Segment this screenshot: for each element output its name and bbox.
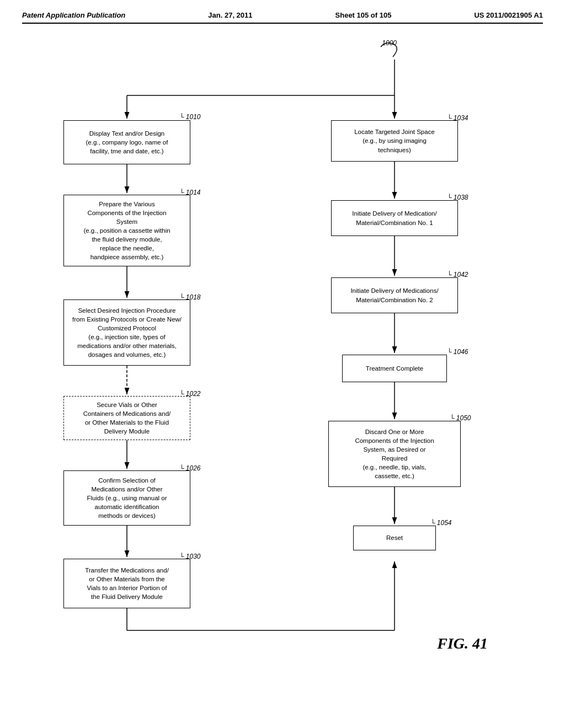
box-1050: Discard One or MoreComponents of the Inj…	[328, 421, 461, 487]
box-1042: Initiate Delivery of Medications/Materia…	[331, 277, 458, 313]
box-1034: Locate Targeted Joint Space(e.g., by usi…	[331, 120, 458, 162]
ref-num-1010: └ 1010	[179, 113, 201, 121]
box-1026: Confirm Selection ofMedications and/or O…	[63, 470, 190, 526]
header-publication-label: Patent Application Publication	[22, 11, 125, 19]
box-1022: Secure Vials or OtherContainers of Medic…	[63, 396, 190, 440]
box-1018: Select Desired Injection Procedurefrom E…	[63, 299, 190, 366]
fig-label: FIG. 41	[437, 635, 488, 652]
ref-1000: 1000	[382, 39, 397, 47]
box-1054: Reset	[353, 526, 436, 550]
ref-num-1046: └ 1046	[447, 348, 468, 356]
box-1014: Prepare the VariousComponents of the Inj…	[63, 195, 190, 266]
box-1038: Initiate Delivery of Medication/Material…	[331, 200, 458, 236]
header-patent-number: US 2011/0021905 A1	[474, 11, 543, 19]
diagram-area: 1000 └ 1010 Display Text and/or Design(e…	[22, 29, 543, 669]
page: Patent Application Publication Jan. 27, …	[0, 0, 565, 728]
box-1046: Treatment Complete	[342, 355, 447, 382]
box-1030: Transfer the Medications and/or Other Ma…	[63, 559, 190, 608]
box-1010: Display Text and/or Design(e.g., company…	[63, 120, 190, 164]
header-date: Jan. 27, 2011	[208, 11, 252, 19]
page-header: Patent Application Publication Jan. 27, …	[22, 11, 543, 24]
header-sheet: Sheet 105 of 105	[335, 11, 392, 19]
